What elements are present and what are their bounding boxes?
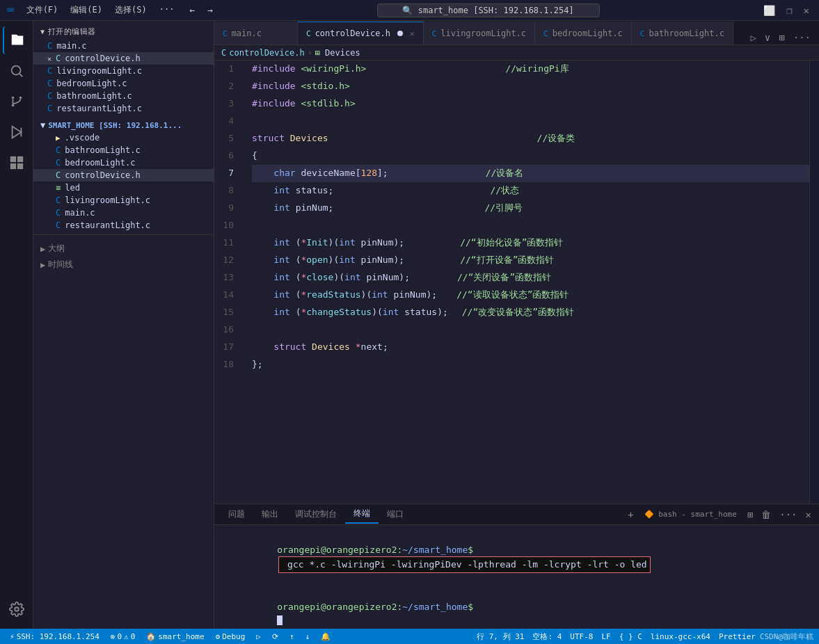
h-file-icon: C [221, 48, 226, 58]
file-restaurant-c[interactable]: C restaurantLight.c [33, 219, 214, 232]
file-label: bathroomLight.c [65, 145, 140, 155]
file-label: bedroomLight.c [65, 158, 135, 168]
file-bathroomlight-c[interactable]: C bathroomLight.c [33, 144, 214, 156]
open-file-controldevice-h[interactable]: ✕ C controlDevice.h [33, 52, 214, 65]
tab-bathroomlight-c[interactable]: C bathroomLight.c [632, 22, 733, 45]
open-file-livingroom[interactable]: C livingroomLight.c [33, 65, 214, 77]
file-label: livingroomLight.c [65, 195, 150, 205]
terminal-tab-ports[interactable]: 端口 [379, 506, 412, 524]
git-activity-icon[interactable] [3, 88, 31, 115]
more-tabs-icon[interactable]: ∨ [762, 31, 773, 45]
nav-forward[interactable]: → [205, 5, 216, 15]
struct-icon: ⊞ [315, 48, 320, 58]
terminal-content[interactable]: orangepi@orangepizero2:~/smart_home$ gcc… [214, 525, 819, 629]
folder-vscode[interactable]: ▶ .vscode [33, 131, 214, 144]
add-terminal-icon[interactable]: + [626, 508, 635, 522]
svg-point-12 [15, 607, 19, 611]
tab-bedroom-c[interactable]: C bedroomLight.c [535, 22, 632, 45]
terminal-tab-output[interactable]: 输出 [253, 506, 287, 524]
status-upload[interactable]: ↑ [285, 632, 299, 641]
status-line-ending[interactable]: LF [597, 631, 614, 642]
terminal-tab-terminal[interactable]: 终端 [345, 505, 379, 524]
tab-c-icon: C [543, 29, 548, 38]
nav-back[interactable]: ← [186, 5, 198, 15]
status-platform[interactable]: linux-gcc-x64 [646, 631, 715, 642]
search-bar[interactable]: 🔍 smart_home [SSH: 192.168.1.254] [377, 3, 600, 17]
status-spaces[interactable]: 空格: 4 [528, 631, 566, 642]
settings-activity-icon[interactable] [3, 595, 31, 623]
line-num-13: 13 [214, 269, 241, 287]
arrow-icon: ▶ [40, 244, 45, 254]
tab-livingroom-c[interactable]: C livingroomLight.c [424, 22, 535, 45]
status-prettier[interactable]: Prettier [715, 631, 760, 642]
overflow-tabs-icon[interactable]: ··· [790, 31, 813, 45]
open-editors-section[interactable]: ▼ 打开的编辑器 [33, 21, 214, 40]
code-content[interactable]: #include <wiringPi.h> //wiringPi库 #inclu… [249, 61, 809, 504]
split-editor-icon[interactable]: ⊞ [776, 31, 787, 45]
more-terminal-icon[interactable]: ··· [777, 508, 799, 522]
status-language[interactable]: { } C [615, 631, 646, 642]
status-errors[interactable]: ⊗ 0 ⚠ 0 [106, 632, 140, 641]
open-file-restaurant[interactable]: C restaurantLight.c [33, 102, 214, 115]
folder-icon: ▶ [56, 134, 61, 143]
run-tabs-icon[interactable]: ▷ [747, 31, 758, 45]
code-line-9: int pinNum; //引脚号 [252, 200, 809, 217]
menu-select[interactable]: 选择(S) [109, 3, 152, 17]
split-terminal-icon[interactable]: ⊞ [745, 508, 755, 522]
file-bedroomlight-c[interactable]: C bedroomLight.c [33, 156, 214, 169]
status-bell[interactable]: 🔔 [317, 632, 335, 641]
terminal-tab-problems[interactable]: 问题 [220, 506, 253, 524]
tab-close-button[interactable]: ✕ [410, 29, 415, 38]
file-label: livingroomLight.c [56, 66, 142, 76]
path: ~/smart_home [402, 602, 468, 612]
search-activity-icon[interactable] [3, 57, 31, 85]
breadcrumb-symbol[interactable]: ⊞ Devices [315, 48, 360, 58]
prompt: orangepi@orangepizero2: [277, 602, 402, 612]
right-scrollbar[interactable] [809, 61, 819, 504]
close-button[interactable]: ✕ [801, 5, 812, 16]
outline-label: 大纲 [48, 243, 65, 255]
maximize-button[interactable]: ❐ [784, 5, 795, 16]
file-controldevice-h[interactable]: C controlDevice.h [33, 169, 214, 182]
status-encoding[interactable]: UTF-8 [566, 631, 597, 642]
close-terminal-icon[interactable]: ✕ [804, 508, 813, 522]
code-line-10 [252, 217, 809, 234]
open-file-bathroom[interactable]: C bathroomLight.c [33, 90, 214, 102]
status-project[interactable]: 🏠 smart_home [142, 632, 208, 641]
status-sync[interactable]: ⟳ [268, 632, 283, 641]
code-editor[interactable]: 1 2 3 4 5 6 7 8 9 10 11 12 13 14 15 16 1… [214, 61, 819, 504]
status-run[interactable]: ▷ [252, 632, 265, 641]
menu-file[interactable]: 文件(F) [21, 3, 64, 17]
exe-file-icon: ≡ [56, 183, 61, 193]
trash-terminal-icon[interactable]: 🗑 [759, 508, 773, 522]
status-position[interactable]: 行 7, 列 31 [472, 631, 528, 642]
folder-icon: 🏠 [146, 632, 156, 641]
menu-edit[interactable]: 编辑(E) [65, 3, 108, 17]
file-led[interactable]: ≡ led [33, 182, 214, 194]
terminal-tab-debug[interactable]: 调试控制台 [287, 506, 345, 524]
status-download[interactable]: ↓ [301, 632, 315, 641]
run-activity-icon[interactable] [3, 118, 31, 146]
tab-bar-actions: ▷ ∨ ⊞ ··· [742, 31, 819, 45]
status-ssh[interactable]: ⚡ SSH: 192.168.1.254 [6, 632, 104, 641]
project-section[interactable]: ▼ SMART_HOME [SSH: 192.168.1... [33, 119, 214, 131]
tab-controldevice-h[interactable]: C controlDevice.h ✕ [298, 22, 424, 45]
file-label: main.c [56, 41, 86, 51]
code-line-4 [252, 113, 809, 130]
file-livingroom-c[interactable]: C livingroomLight.c [33, 194, 214, 207]
c-file-icon: C [47, 79, 52, 88]
open-file-bedroom[interactable]: C bedroomLight.c [33, 77, 214, 90]
extensions-activity-icon[interactable] [3, 149, 31, 177]
tab-main-c[interactable]: C main.c [214, 22, 298, 45]
folder-label: .vscode [65, 133, 100, 143]
timeline-section[interactable]: ▶ 时间线 [33, 257, 214, 273]
outline-section[interactable]: ▶ 大纲 [33, 241, 214, 257]
breadcrumb-file[interactable]: C controlDevice.h [221, 48, 305, 58]
status-brand: CSDN@咖啡年糕 [760, 631, 813, 642]
open-file-main-c[interactable]: C main.c [33, 40, 214, 52]
menu-more[interactable]: ··· [154, 3, 180, 17]
status-debug[interactable]: ⚙ Debug [212, 632, 250, 641]
files-activity-icon[interactable] [3, 26, 31, 54]
file-main-c[interactable]: C main.c [33, 207, 214, 219]
minimize-button[interactable]: ⬜ [761, 5, 778, 16]
